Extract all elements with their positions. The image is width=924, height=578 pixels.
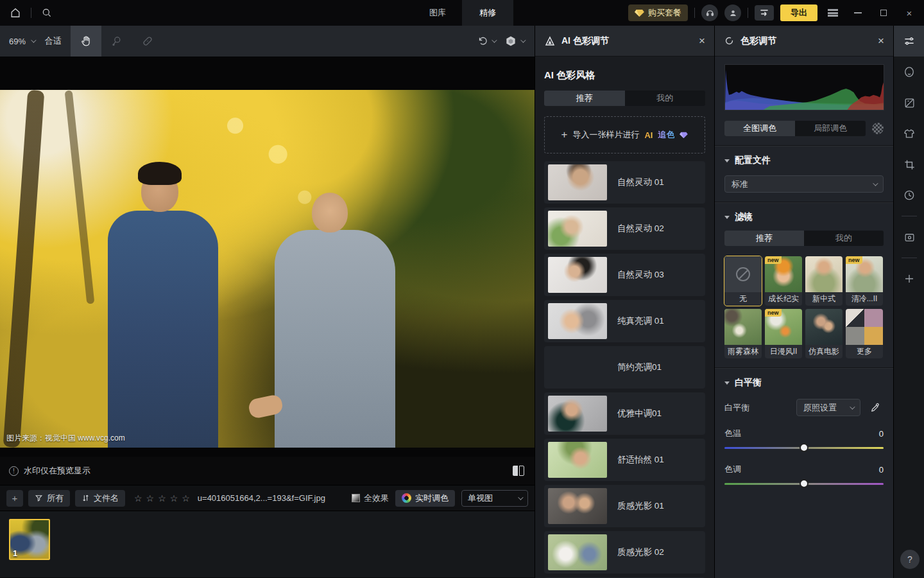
realtime-color-toggle[interactable]: 实时调色 bbox=[395, 490, 455, 507]
color-panel-close-button[interactable]: × bbox=[878, 35, 884, 48]
sidebar-watermark-button[interactable] bbox=[894, 222, 924, 252]
star-icon[interactable]: ☆ bbox=[158, 493, 166, 504]
filter-all-button[interactable]: 所有 bbox=[28, 490, 70, 507]
import-sample-button[interactable]: + 导入一张样片进行AI追色 bbox=[544, 116, 705, 153]
style-item-ziran-lingdong-02[interactable]: 自然灵动 02 bbox=[544, 207, 705, 250]
style-item-ziran-lingdong-01[interactable]: 自然灵动 01 bbox=[544, 161, 705, 204]
preview-3d-button[interactable] bbox=[504, 35, 524, 48]
tab-edit[interactable]: 精修 bbox=[462, 0, 513, 26]
ai-panel-title: AI 色彩调节 bbox=[561, 35, 609, 47]
color-wheel-icon bbox=[402, 493, 411, 503]
fit-button[interactable]: 合适 bbox=[45, 35, 62, 47]
account-button[interactable] bbox=[724, 4, 741, 21]
histogram-container bbox=[715, 57, 893, 117]
zoom-level-value[interactable]: 69% bbox=[9, 37, 26, 46]
filter-label: 雨雾森林 bbox=[724, 345, 762, 358]
view-mode-select[interactable]: 单视图 bbox=[461, 490, 528, 507]
search-button[interactable] bbox=[38, 4, 56, 22]
temperature-knob[interactable] bbox=[800, 443, 809, 452]
style-item-ziran-lingdong-03[interactable]: 自然灵动 03 bbox=[544, 254, 705, 296]
rating-stars[interactable]: ☆ ☆ ☆ ☆ ☆ bbox=[134, 493, 190, 504]
profile-select[interactable]: 标准 bbox=[724, 175, 884, 193]
tab-global-color[interactable]: 全图调色 bbox=[724, 121, 795, 136]
canvas[interactable]: 图片来源：视觉中国 www.vcg.com ! 水印仅在预览显示 bbox=[0, 57, 535, 485]
sidebar-crop-button[interactable] bbox=[894, 149, 924, 180]
chevron-down-icon bbox=[518, 495, 523, 500]
patch-tool-button[interactable] bbox=[132, 26, 163, 57]
style-item-zhigan-guangying-02[interactable]: 质感光影 02 bbox=[544, 531, 705, 574]
add-photo-button[interactable]: + bbox=[6, 490, 23, 507]
share-export-button[interactable] bbox=[755, 5, 774, 21]
star-icon[interactable]: ☆ bbox=[170, 493, 178, 504]
white-balance-select[interactable]: 原照设置 bbox=[796, 399, 860, 416]
filter-item-rimanfeng-ii[interactable]: new 日漫风II bbox=[765, 309, 802, 358]
white-balance-section-header[interactable]: 白平衡 bbox=[724, 377, 884, 389]
filter-item-none[interactable]: 无 bbox=[724, 256, 762, 306]
help-button[interactable]: ? bbox=[900, 550, 920, 569]
compare-left-icon bbox=[513, 466, 518, 476]
tint-slider[interactable] bbox=[724, 479, 884, 488]
star-icon[interactable]: ☆ bbox=[182, 493, 190, 504]
profile-section: 配置文件 标准 bbox=[715, 146, 893, 202]
style-item-shushi-yiran-01[interactable]: 舒适怡然 01 bbox=[544, 439, 705, 481]
filmstrip-thumbnail-selected[interactable]: 1 bbox=[9, 519, 50, 560]
tab-local-color[interactable]: 局部调色 bbox=[795, 121, 866, 136]
sidebar-adjustments-button[interactable] bbox=[894, 26, 924, 57]
full-effect-toggle[interactable]: 全效果 bbox=[352, 493, 389, 504]
filter-item-xinzhongshi[interactable]: 新中式 bbox=[805, 256, 843, 306]
style-item-chunzhen-liangdiao-01[interactable]: 纯真亮调 01 bbox=[544, 300, 705, 342]
filter-item-more[interactable]: 更多 bbox=[846, 309, 883, 358]
tab-filter-recommended[interactable]: 推荐 bbox=[724, 231, 804, 246]
tint-value: 0 bbox=[879, 465, 884, 475]
minimize-button[interactable] bbox=[848, 4, 868, 22]
star-icon[interactable]: ☆ bbox=[134, 493, 142, 504]
hand-tool-button[interactable] bbox=[71, 26, 101, 57]
tint-knob[interactable] bbox=[800, 479, 809, 488]
export-button[interactable]: 导出 bbox=[780, 4, 817, 21]
tab-gallery[interactable]: 图库 bbox=[418, 0, 457, 26]
style-item-zhigan-guangying-01[interactable]: 质感光影 01 bbox=[544, 485, 705, 527]
filter-section-header[interactable]: 滤镜 bbox=[724, 211, 884, 223]
sphere-preview-icon[interactable] bbox=[872, 123, 884, 134]
close-button[interactable]: × bbox=[900, 4, 919, 22]
temperature-slider[interactable] bbox=[724, 443, 884, 452]
menu-button[interactable] bbox=[824, 4, 842, 22]
local-adjust-tool-button[interactable] bbox=[101, 26, 132, 57]
tool-sidebar: ? bbox=[893, 26, 924, 578]
support-button[interactable] bbox=[701, 4, 718, 21]
sidebar-clothing-button[interactable] bbox=[894, 118, 924, 149]
filter-item-chengzhang-jishi[interactable]: new 成长纪实 bbox=[765, 256, 802, 306]
style-item-jianyue-liangdiao-01[interactable]: 简约亮调01 bbox=[544, 346, 705, 389]
undo-button[interactable] bbox=[477, 35, 495, 47]
sidebar-add-button[interactable] bbox=[894, 263, 924, 294]
sidebar-exposure-button[interactable] bbox=[894, 87, 924, 118]
home-button[interactable] bbox=[6, 4, 24, 22]
tab-filter-mine[interactable]: 我的 bbox=[804, 231, 884, 246]
filter-item-fangzhen-dianying[interactable]: 仿真电影 bbox=[805, 309, 843, 358]
style-item-youya-zhongdiao-01[interactable]: 优雅中调01 bbox=[544, 392, 705, 435]
maximize-button[interactable] bbox=[874, 4, 893, 22]
star-icon[interactable]: ☆ bbox=[146, 493, 155, 504]
histogram bbox=[724, 64, 884, 110]
profile-section-header[interactable]: 配置文件 bbox=[724, 155, 884, 166]
eyedropper-button[interactable] bbox=[867, 399, 884, 416]
photo-browser-toolbar: + 所有 文件名 ☆ ☆ ☆ ☆ ☆ u=4016051664,2...=193… bbox=[0, 485, 535, 511]
sidebar-portrait-button[interactable] bbox=[894, 57, 924, 87]
tab-mine[interactable]: 我的 bbox=[625, 91, 706, 106]
style-label: 自然灵动 01 bbox=[617, 177, 664, 188]
style-thumbnail bbox=[548, 257, 607, 293]
purchase-plan-button[interactable]: 购买套餐 bbox=[628, 4, 688, 21]
sidebar-history-button[interactable] bbox=[894, 180, 924, 211]
filter-item-yuwu-senlin[interactable]: 雨雾森林 bbox=[724, 309, 762, 358]
ai-panel-close-button[interactable]: × bbox=[699, 35, 705, 48]
compare-view-button[interactable] bbox=[513, 466, 526, 476]
filter-item-qingleng-ii[interactable]: new 清冷...II bbox=[846, 256, 883, 306]
chevron-down-icon bbox=[850, 404, 855, 409]
tab-recommended[interactable]: 推荐 bbox=[544, 91, 625, 106]
sort-by-filename-button[interactable]: 文件名 bbox=[75, 490, 125, 507]
filter-grid: 无 new 成长纪实 新中式 new 清冷...II bbox=[724, 256, 884, 358]
search-icon bbox=[41, 7, 53, 19]
filter-all-label: 所有 bbox=[47, 493, 64, 504]
profile-section-title: 配置文件 bbox=[735, 155, 771, 166]
style-thumbnail bbox=[548, 396, 607, 432]
